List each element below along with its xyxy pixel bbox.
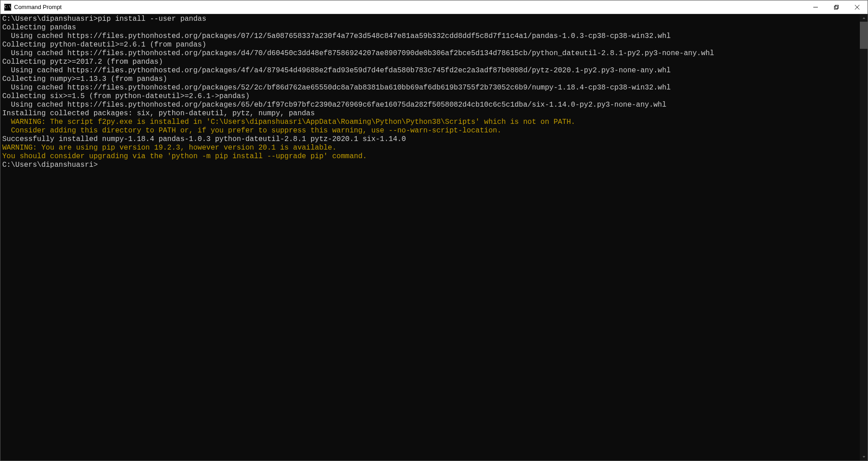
- terminal-line: Collecting six>=1.5 (from python-dateuti…: [2, 92, 858, 101]
- svg-marker-5: [863, 17, 865, 19]
- terminal-line: Using cached https://files.pythonhosted.…: [2, 84, 858, 92]
- app-icon: C:\: [4, 4, 11, 11]
- close-button[interactable]: [847, 0, 868, 14]
- terminal-line: Using cached https://files.pythonhosted.…: [2, 49, 858, 58]
- terminal-line: WARNING: The script f2py.exe is installe…: [2, 118, 858, 127]
- titlebar[interactable]: C:\ Command Prompt: [0, 0, 868, 14]
- terminal-line: Collecting pytz>=2017.2 (from pandas): [2, 58, 858, 66]
- prompt-line: C:\Users\dipanshuasri>pip install --user…: [2, 15, 858, 24]
- scroll-down-arrow[interactable]: [860, 453, 868, 461]
- minimize-button[interactable]: [805, 0, 826, 14]
- terminal-wrapper: C:\Users\dipanshuasri>pip install --user…: [0, 14, 868, 461]
- terminal-line: Successfully installed numpy-1.18.4 pand…: [2, 135, 858, 144]
- terminal-line: C:\Users\dipanshuasri>: [2, 161, 858, 169]
- terminal-line: Collecting pandas: [2, 24, 858, 32]
- terminal-line: Installing collected packages: six, pyth…: [2, 109, 858, 118]
- terminal-line: Consider adding this directory to PATH o…: [2, 127, 858, 135]
- terminal-line: Collecting python-dateutil>=2.6.1 (from …: [2, 41, 858, 49]
- terminal-line: Using cached https://files.pythonhosted.…: [2, 32, 858, 41]
- scroll-up-arrow[interactable]: [860, 14, 868, 22]
- svg-marker-6: [863, 456, 865, 458]
- window-title: Command Prompt: [14, 4, 805, 10]
- svg-rect-2: [835, 5, 839, 8]
- svg-rect-1: [835, 6, 838, 9]
- terminal-line: You should consider upgrading via the 'p…: [2, 152, 858, 161]
- terminal-line: Collecting numpy>=1.13.3 (from pandas): [2, 75, 858, 84]
- window-controls: [805, 0, 868, 14]
- terminal-line: Using cached https://files.pythonhosted.…: [2, 101, 858, 109]
- command-prompt-window: C:\ Command Prompt C:\Users\dipanshuasri…: [0, 0, 868, 461]
- terminal-line: Using cached https://files.pythonhosted.…: [2, 66, 858, 75]
- scrollbar[interactable]: [860, 14, 868, 461]
- maximize-button[interactable]: [826, 0, 847, 14]
- terminal-line: WARNING: You are using pip version 19.2.…: [2, 144, 858, 152]
- scroll-thumb[interactable]: [860, 22, 868, 49]
- terminal-output[interactable]: C:\Users\dipanshuasri>pip install --user…: [0, 14, 860, 461]
